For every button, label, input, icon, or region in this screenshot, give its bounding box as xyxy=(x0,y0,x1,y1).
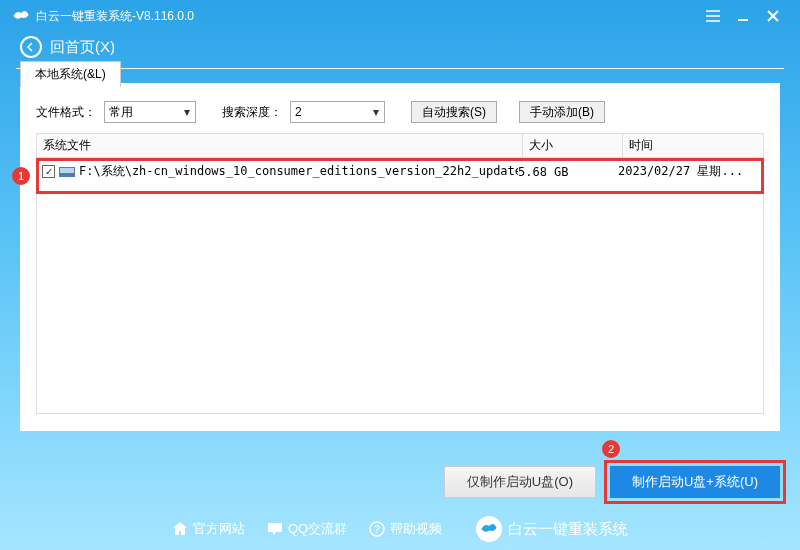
table-row[interactable]: ✓ F:\系统\zh-cn_windows_10_consumer_editio… xyxy=(39,161,761,182)
table-header: 系统文件 大小 时间 xyxy=(36,133,764,158)
step-badge-2: 2 xyxy=(602,440,620,458)
menu-button[interactable] xyxy=(698,6,728,26)
official-site-link[interactable]: 官方网站 xyxy=(172,520,245,538)
highlighted-row-box: 1 ✓ F:\系统\zh-cn_windows_10_consumer_edit… xyxy=(36,158,764,194)
only-usb-button[interactable]: 仅制作启动U盘(O) xyxy=(444,466,596,498)
col-time: 时间 xyxy=(623,134,763,157)
brand-icon xyxy=(476,516,502,542)
action-buttons: 仅制作启动U盘(O) 2 制作启动U盘+系统(U) xyxy=(444,466,780,498)
brand-text: 白云一键重装系统 xyxy=(508,520,628,539)
row-size: 5.68 GB xyxy=(518,165,618,179)
home-icon xyxy=(172,521,188,537)
app-logo-icon xyxy=(12,7,30,25)
back-home-button[interactable]: 回首页(X) xyxy=(20,36,115,58)
app-title: 白云一键重装系统-V8.116.0.0 xyxy=(36,8,698,25)
table-body-empty xyxy=(36,194,764,414)
minimize-button[interactable] xyxy=(728,6,758,26)
divider xyxy=(16,68,784,69)
chat-icon xyxy=(267,521,283,537)
depth-label: 搜索深度： xyxy=(222,104,282,121)
auto-search-button[interactable]: 自动搜索(S) xyxy=(411,101,497,123)
brand: 白云一键重装系统 xyxy=(476,516,628,542)
manual-add-button[interactable]: 手动添加(B) xyxy=(519,101,605,123)
svg-rect-1 xyxy=(60,168,74,173)
main-panel: 本地系统(&L) 文件格式： 常用 搜索深度： 2 自动搜索(S) 手动添加(B… xyxy=(20,83,780,431)
col-size: 大小 xyxy=(523,134,623,157)
question-icon: ? xyxy=(369,521,385,537)
format-select[interactable]: 常用 xyxy=(104,101,196,123)
tab-local-system[interactable]: 本地系统(&L) xyxy=(20,61,121,87)
format-label: 文件格式： xyxy=(36,104,96,121)
help-video-link[interactable]: ? 帮助视频 xyxy=(369,520,442,538)
footer: 官方网站 QQ交流群 ? 帮助视频 白云一键重装系统 xyxy=(0,516,800,542)
row-time: 2023/02/27 星期... xyxy=(618,163,758,180)
controls-row: 文件格式： 常用 搜索深度： 2 自动搜索(S) 手动添加(B) xyxy=(20,83,780,133)
depth-select[interactable]: 2 xyxy=(290,101,385,123)
svg-text:?: ? xyxy=(374,524,380,535)
step-badge-1: 1 xyxy=(12,167,30,185)
close-button[interactable] xyxy=(758,6,788,26)
back-label: 回首页(X) xyxy=(50,38,115,57)
back-arrow-icon xyxy=(20,36,42,58)
svg-point-2 xyxy=(71,174,73,176)
col-file: 系统文件 xyxy=(37,134,523,157)
row-checkbox[interactable]: ✓ xyxy=(42,165,55,178)
usb-plus-system-button[interactable]: 制作启动U盘+系统(U) xyxy=(610,466,780,498)
disk-icon xyxy=(59,165,75,179)
row-path: F:\系统\zh-cn_windows_10_consumer_editions… xyxy=(79,163,518,180)
qq-group-link[interactable]: QQ交流群 xyxy=(267,520,347,538)
titlebar: 白云一键重装系统-V8.116.0.0 xyxy=(0,0,800,32)
